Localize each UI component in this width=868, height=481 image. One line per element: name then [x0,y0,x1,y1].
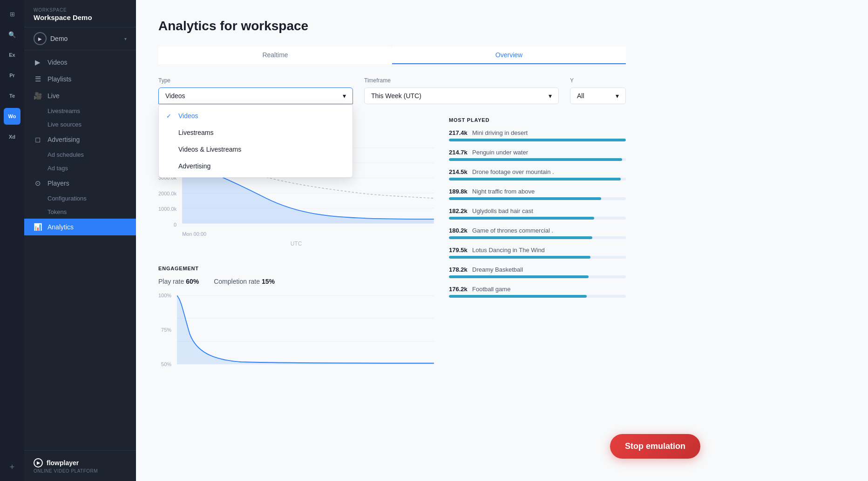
most-played-item: 179.5k Lotus Dancing in The Wind [449,247,626,259]
dropdown-item-videos-label: Videos [178,112,198,120]
most-played-item: 176.2k Football game [449,286,626,298]
completion-rate-stat: Completion rate 15% [214,278,275,285]
most-played-section: MOST PLAYED 217.4k Mini driving in deser… [449,117,626,369]
dropdown-item-videos-livestreams-label: Videos & Livestreams [178,146,241,153]
tab-realtime[interactable]: Realtime [158,47,392,64]
most-played-item: 182.2k Uglydolls bad hair cast [449,207,626,220]
main-content: Analytics for workspace Realtime Overvie… [136,0,868,481]
completion-rate-value: 15% [262,278,275,285]
timeframe-filter-value: This Week (UTC) [371,92,421,100]
dropdown-item-livestreams[interactable]: ✓ Livestreams [159,124,353,141]
dropdown-item-videos-livestreams[interactable]: ✓ Videos & Livestreams [159,141,353,158]
type-filter-chevron: ▾ [343,92,346,100]
sidebar-item-livestreams[interactable]: Livestreams [24,104,136,118]
sidebar-item-ad-schedules[interactable]: Ad schedules [24,148,136,161]
y-label-0: 0 [158,222,176,227]
tab-overview[interactable]: Overview [392,47,626,64]
nav-section: ▶ Videos ☰ Playlists 🎥 Live Livestreams … [24,50,136,239]
sidebar-item-ad-tags[interactable]: Ad tags [24,161,136,175]
icon-ex[interactable]: Ex [4,47,20,63]
sidebar-item-ad-tags-label: Ad tags [47,165,68,172]
most-played-count: 214.5k [449,168,468,175]
most-played-bar-bg [449,178,626,180]
most-played-name: Uglydolls bad hair cast [472,207,533,214]
eng-y-75: 75% [158,327,171,333]
type-filter-value: Videos [165,92,185,100]
most-played-bar-bg [449,139,626,141]
icon-wo[interactable]: Wo [4,108,20,125]
sidebar-item-live-sources[interactable]: Live sources [24,118,136,131]
add-workspace-button[interactable]: + [4,459,20,475]
most-played-bar [449,236,592,239]
most-played-count: 178.2k [449,266,468,273]
engagement-section: ENGAGEMENT Play rate 60% Completion rate… [158,266,434,369]
demo-label: Demo [50,35,68,42]
sidebar-item-videos[interactable]: ▶ Videos [24,54,136,71]
icon-xd[interactable]: Xd [4,128,20,145]
most-played-bar-bg [449,256,626,259]
empty-check-icon: ✓ [166,129,174,136]
play-icon: ▶ [34,58,42,67]
utc-label: UTC [158,240,434,247]
eng-y-50: 50% [158,361,171,367]
empty-check-icon2: ✓ [166,146,174,153]
sidebar-item-players-label: Players [47,180,69,187]
chevron-down-icon: ▾ [124,36,127,41]
video-icon: 🎥 [34,92,42,100]
tabs: Realtime Overview [158,47,626,64]
type-filter-select[interactable]: Videos ▾ [158,87,353,104]
engagement-svg [177,293,434,367]
play-rate-value: 60% [186,278,199,285]
most-played-bar [449,139,626,141]
most-played-bar [449,295,587,298]
most-played-count: 214.7k [449,149,468,156]
logo-play-icon: ▶ [34,458,43,468]
most-played-item: 217.4k Mini driving in desert [449,129,626,141]
most-played-name: Game of thrones commercial . [472,227,553,234]
timeframe-filter-label: Timeframe [364,77,559,84]
most-played-item: 180.2k Game of thrones commercial . [449,227,626,239]
dropdown-item-videos[interactable]: ✓ Videos [159,107,353,124]
all-filter-select[interactable]: All ▾ [570,87,626,104]
sidebar-item-playlists[interactable]: ☰ Playlists [24,71,136,87]
icon-pr[interactable]: Pr [4,67,20,84]
sidebar-item-live-label: Live [47,92,60,100]
sidebar-item-tokens[interactable]: Tokens [24,205,136,219]
most-played-bar-bg [449,236,626,239]
most-played-count: 189.8k [449,188,468,195]
icon-grid[interactable]: ⊞ [4,6,20,22]
most-played-bar [449,178,621,180]
y-label-1000: 1000.0k [158,206,176,212]
most-played-name: Mini driving in desert [472,129,528,136]
sidebar-item-playlists-label: Playlists [47,75,71,83]
sidebar-item-live-sources-label: Live sources [47,121,81,128]
most-played-name: Lotus Dancing in The Wind [472,247,545,254]
demo-selector[interactable]: ▶ Demo ▾ [24,27,136,50]
most-played-name: Penguin under water [472,149,528,156]
sidebar-item-live[interactable]: 🎥 Live [24,87,136,104]
page-title: Analytics for workspace [158,19,626,33]
most-played-bar-bg [449,217,626,220]
most-played-count: 176.2k [449,286,468,293]
most-played-bar [449,197,601,200]
sidebar-item-advertising[interactable]: ◻ Advertising [24,131,136,148]
all-filter-value: All [577,92,584,100]
icon-search[interactable]: 🔍 [4,26,20,43]
play-rate-stat: Play rate 60% [158,278,199,285]
sidebar-item-players[interactable]: ⊙ Players [24,175,136,192]
most-played-name: Football game [472,286,510,293]
stop-emulation-button[interactable]: Stop emulation [610,434,700,459]
most-played-item: 189.8k Night traffic from above [449,188,626,200]
sidebar-item-analytics[interactable]: 📊 Analytics [24,219,136,235]
workspace-name: Workspace Demo [34,13,127,21]
sidebar-item-configurations[interactable]: Configurations [24,192,136,205]
check-icon: ✓ [166,113,174,120]
workspace-label: WORKSPACE [34,7,127,13]
icon-te[interactable]: Te [4,87,20,104]
x-axis-label: Mon 00:00 [182,231,434,237]
most-played-count: 217.4k [449,129,468,136]
dropdown-item-advertising[interactable]: ✓ Advertising [159,158,353,174]
timeframe-filter-select[interactable]: This Week (UTC) ▾ [364,87,559,104]
filters-row: Type Videos ▾ ✓ Videos ✓ Livestreams [158,77,626,104]
most-played-item: 214.5k Drone footage over mountain . [449,168,626,180]
